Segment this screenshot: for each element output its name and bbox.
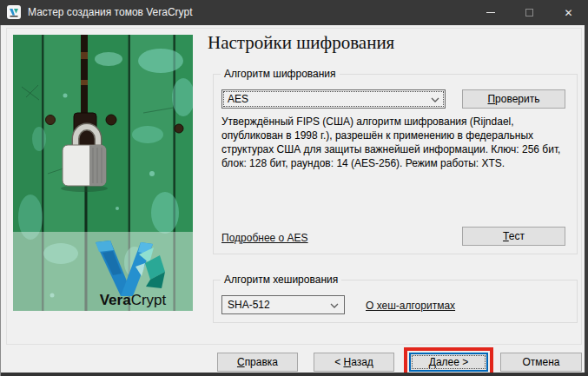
chevron-down-icon <box>431 97 439 102</box>
chevron-down-icon <box>330 303 339 308</box>
window-border-bottom <box>0 373 588 376</box>
next-button[interactable]: Далее > <box>409 353 488 372</box>
help-button[interactable]: Справка <box>217 353 298 372</box>
close-button[interactable]: ✕ <box>549 0 588 25</box>
test-button[interactable]: Тест <box>462 227 565 246</box>
hash-group-label: Алгоритм хеширования <box>221 274 341 286</box>
encryption-algorithm-select[interactable]: AES <box>221 89 446 109</box>
minimize-icon <box>486 12 495 13</box>
encryption-group-label: Алгоритм шифрования <box>221 68 340 80</box>
more-about-aes-link[interactable]: Подробнее о AES <box>221 232 308 244</box>
page-title: Настройки шифрования <box>208 32 394 54</box>
algorithm-description: Утверждённый FIPS (США) алгоритм шифрова… <box>221 115 574 170</box>
close-icon: ✕ <box>564 8 572 18</box>
hash-algorithm-select[interactable]: SHA-512 <box>221 295 345 314</box>
veracrypt-app-icon <box>7 5 21 19</box>
back-button[interactable]: < Назад <box>314 353 394 372</box>
window-title: Мастер создания томов VeraCrypt <box>28 0 193 25</box>
hash-info-link[interactable]: О хеш-алгоритмах <box>366 300 455 312</box>
window-titlebar: Мастер создания томов VeraCrypt ✕ <box>0 0 588 25</box>
maximize-icon <box>525 9 533 16</box>
wizard-window: Мастер создания томов VeraCrypt ✕ <box>0 0 588 376</box>
cancel-button[interactable]: Отмена <box>500 353 582 372</box>
door-padlock-photo: VeraCrypt <box>13 35 193 311</box>
veracrypt-wordmark: VeraCrypt <box>100 292 167 308</box>
window-border-right <box>585 25 588 376</box>
encryption-algorithm-value: AES <box>228 93 248 105</box>
maximize-button <box>510 0 549 25</box>
verify-button[interactable]: Проверить <box>462 89 565 109</box>
window-border-left <box>0 25 1 376</box>
minimize-button[interactable] <box>471 0 510 25</box>
hash-algorithm-value: SHA-512 <box>228 299 270 311</box>
